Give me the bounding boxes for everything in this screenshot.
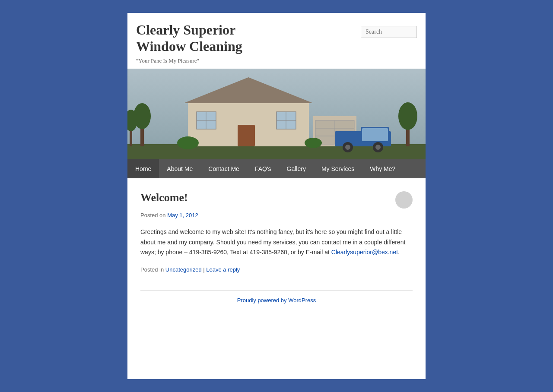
nav-item-contact[interactable]: Contact Me <box>200 159 247 178</box>
svg-point-28 <box>305 138 322 148</box>
svg-point-26 <box>375 145 381 150</box>
footer-separator: | <box>203 266 204 273</box>
site-title-line1: Clearly Superior <box>136 22 235 38</box>
site-header: Clearly Superior Window Cleaning "Your P… <box>127 13 426 69</box>
nav-item-about[interactable]: About Me <box>159 159 200 178</box>
site-tagline: "Your Pane Is My Pleasure" <box>136 57 361 64</box>
post-article: Welcome! Posted on May 1, 2012 Greetings… <box>140 191 413 273</box>
posted-on-label: Posted on <box>140 212 166 218</box>
search-input[interactable] <box>361 26 417 38</box>
nav-item-services[interactable]: My Services <box>314 159 362 178</box>
page-wrapper: Clearly Superior Window Cleaning "Your P… <box>127 13 426 379</box>
nav-item-home[interactable]: Home <box>127 159 159 178</box>
nav-item-faqs[interactable]: FAQ's <box>247 159 279 178</box>
post-meta: Posted on May 1, 2012 <box>140 212 413 218</box>
post-footer: Posted in Uncategorized | Leave a reply <box>140 266 413 273</box>
post-header: Welcome! <box>140 191 413 209</box>
site-navigation: Home About Me Contact Me FAQ's Gallery M… <box>127 159 426 178</box>
posted-in-label: Posted in <box>140 266 164 273</box>
wordpress-link[interactable]: Proudly powered by WordPress <box>237 297 316 303</box>
site-title-line2: Window Cleaning <box>136 38 242 54</box>
post-content: Greetings and welcome to my web site! It… <box>140 227 413 258</box>
svg-point-30 <box>398 102 417 130</box>
nav-item-why[interactable]: Why Me? <box>362 159 403 178</box>
nav-item-gallery[interactable]: Gallery <box>279 159 314 178</box>
email-suffix: . <box>398 249 400 256</box>
leave-reply-link[interactable]: Leave a reply <box>206 266 240 273</box>
svg-point-24 <box>345 145 350 150</box>
site-footer: Proudly powered by WordPress <box>127 291 426 310</box>
svg-rect-8 <box>238 125 255 146</box>
main-content: Welcome! Posted on May 1, 2012 Greetings… <box>127 178 426 281</box>
post-date-link[interactable]: May 1, 2012 <box>167 212 198 218</box>
email-link[interactable]: Clearlysuperior@bex.net <box>331 249 398 256</box>
svg-rect-22 <box>362 128 388 141</box>
search-area <box>361 26 417 38</box>
avatar <box>395 191 413 209</box>
hero-image <box>127 69 426 159</box>
site-title[interactable]: Clearly Superior Window Cleaning <box>136 22 361 55</box>
category-link[interactable]: Uncategorized <box>165 266 202 273</box>
site-branding: Clearly Superior Window Cleaning "Your P… <box>136 22 361 64</box>
post-title: Welcome! <box>140 191 188 204</box>
svg-point-27 <box>177 136 199 149</box>
